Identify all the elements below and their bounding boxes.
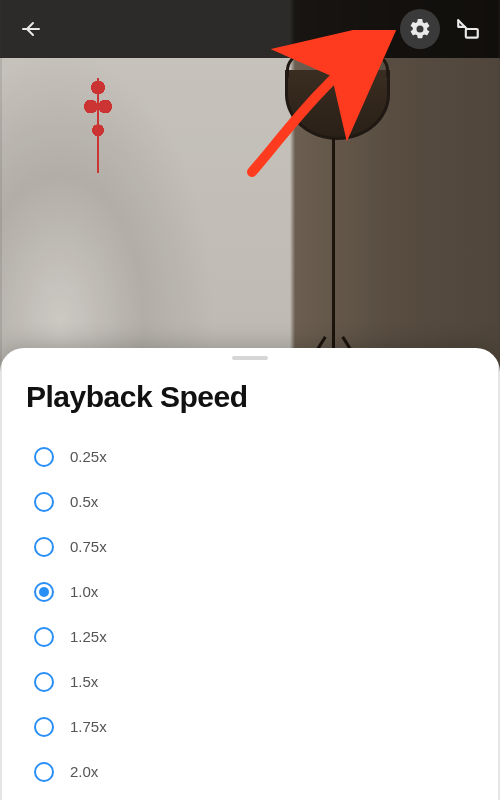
speed-option-1_5x[interactable]: 1.5x [0,659,500,704]
speed-option-label: 1.25x [70,628,107,645]
decor-ornaments [80,78,116,173]
gear-icon [408,17,432,41]
radio-indicator [34,762,54,782]
speed-option-label: 1.5x [70,673,98,690]
radio-indicator [34,582,54,602]
speed-option-1_0x[interactable]: 1.0x [0,569,500,614]
sheet-title: Playback Speed [0,366,500,428]
pip-button[interactable] [448,9,488,49]
speed-option-label: 0.5x [70,493,98,510]
app-screen: Playback Speed 0.25x0.5x0.75x1.0x1.25x1.… [0,0,500,800]
speed-option-1_25x[interactable]: 1.25x [0,614,500,659]
settings-button[interactable] [400,9,440,49]
screenshot-border-left [0,0,2,800]
speed-option-0_5x[interactable]: 0.5x [0,479,500,524]
radio-indicator [34,447,54,467]
picture-in-picture-icon [455,16,481,42]
back-button[interactable] [12,9,52,49]
topbar [0,0,500,58]
speed-option-0_75x[interactable]: 0.75x [0,524,500,569]
speed-option-1_75x[interactable]: 1.75x [0,704,500,749]
svg-rect-2 [466,29,478,38]
radio-indicator [34,492,54,512]
radio-indicator [34,537,54,557]
radio-indicator [34,627,54,647]
speed-options-list: 0.25x0.5x0.75x1.0x1.25x1.5x1.75x2.0x [0,428,500,800]
speed-option-label: 0.25x [70,448,107,465]
speed-option-label: 2.0x [70,763,98,780]
speed-option-0_25x[interactable]: 0.25x [0,434,500,479]
sheet-handle[interactable] [232,356,268,360]
speed-option-label: 1.0x [70,583,98,600]
speed-option-label: 1.75x [70,718,107,735]
arrow-left-icon [20,17,44,41]
playback-speed-sheet: Playback Speed 0.25x0.5x0.75x1.0x1.25x1.… [0,348,500,800]
decor-stand [332,138,335,378]
radio-indicator [34,717,54,737]
speed-option-2_0x[interactable]: 2.0x [0,749,500,794]
radio-indicator [34,672,54,692]
speed-option-label: 0.75x [70,538,107,555]
